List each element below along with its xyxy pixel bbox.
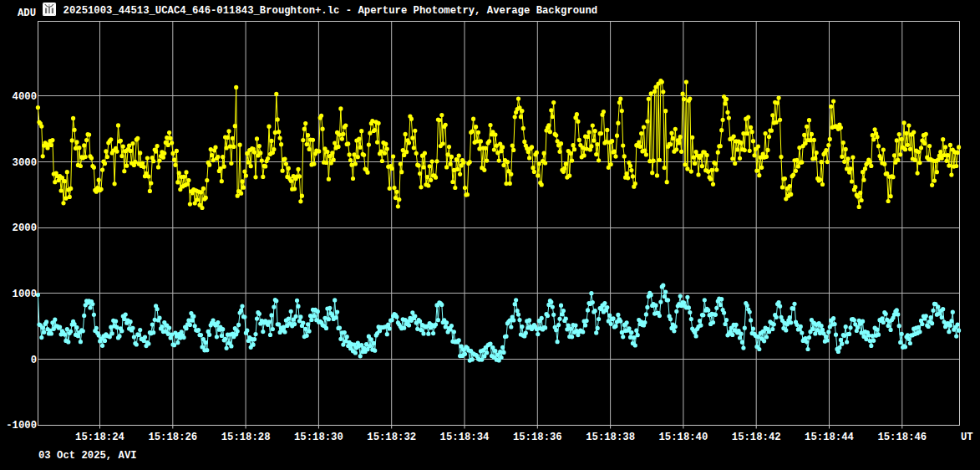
svg-text:15:18:28: 15:18:28 <box>221 432 271 443</box>
svg-text:15:18:24: 15:18:24 <box>75 432 124 443</box>
svg-text:15:18:26: 15:18:26 <box>148 432 197 443</box>
svg-text:15:18:34: 15:18:34 <box>440 432 490 443</box>
svg-text:15:18:44: 15:18:44 <box>805 432 854 443</box>
svg-text:4000: 4000 <box>13 91 37 103</box>
svg-text:-1000: -1000 <box>6 420 37 432</box>
svg-text:UT: UT <box>961 432 973 443</box>
svg-text:1000: 1000 <box>13 289 37 300</box>
svg-text:15:18:30: 15:18:30 <box>294 432 343 443</box>
svg-text:03 Oct 2025, AVI: 03 Oct 2025, AVI <box>38 450 137 462</box>
svg-text:ADU: ADU <box>18 8 36 19</box>
svg-text:15:18:46: 15:18:46 <box>877 432 927 443</box>
svg-text:2000: 2000 <box>13 222 37 234</box>
svg-text:0: 0 <box>31 355 37 366</box>
svg-text:15:18:36: 15:18:36 <box>513 432 562 443</box>
svg-text:15:18:38: 15:18:38 <box>586 432 635 443</box>
svg-text:15:18:42: 15:18:42 <box>732 432 781 443</box>
svg-text:15:18:32: 15:18:32 <box>367 432 416 443</box>
svg-text:20251003_44513_UCAC4_646-01184: 20251003_44513_UCAC4_646-011843_Broughto… <box>63 5 598 17</box>
svg-text:15:18:40: 15:18:40 <box>658 432 708 443</box>
svg-text:3000: 3000 <box>13 157 37 169</box>
